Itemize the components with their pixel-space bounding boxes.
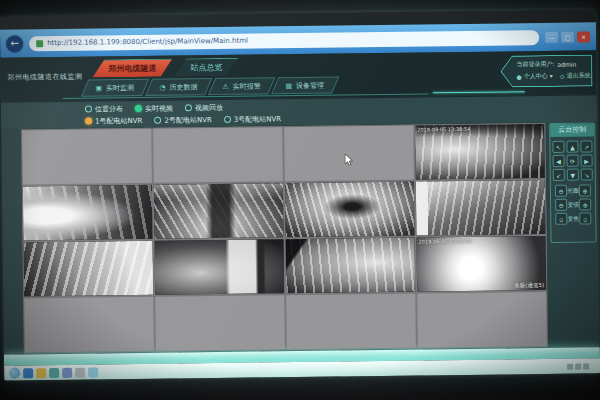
ptz-function-1-minus-button[interactable]: ⊖: [555, 199, 567, 211]
view-mode-radio-icon[interactable]: [85, 106, 92, 113]
view-mode-radio-icon[interactable]: [135, 105, 142, 112]
minimize-button[interactable]: —: [545, 31, 558, 42]
camera-tile-r3c3[interactable]: [286, 238, 416, 294]
decor-line-right: [433, 91, 525, 93]
nvr-station-option-1[interactable]: 2号配电站NVR: [154, 114, 223, 125]
taskbar-app-icon-2[interactable]: [75, 367, 85, 377]
address-bar[interactable]: http://192.168.1.199:8080/Client/jsp/Mai…: [29, 30, 539, 51]
camera-tile-r4c2: [155, 295, 285, 351]
toolbar-item-1[interactable]: ◔历史数据: [145, 78, 212, 96]
ptz-function-row-2: ▫变焦▫: [555, 212, 591, 224]
camera-tile-r3c2[interactable]: [155, 239, 285, 295]
nvr-station-option-2[interactable]: 3号配电站NVR: [224, 114, 293, 125]
toolbar-item-label: 设备管理: [296, 80, 324, 90]
monitor-icon: ▣: [96, 84, 103, 91]
view-mode-radio-icon[interactable]: [185, 104, 192, 111]
toolbar: ▣实时监测◔历史数据⚠实时报警▦设备管理: [85, 77, 336, 97]
ptz-function-rows: ⊖光圈⊕⊖变倍⊕▫变焦▫: [551, 182, 596, 225]
taskbar-media-icon[interactable]: [49, 367, 59, 377]
logout-label: 退出系统: [567, 71, 591, 80]
taskbar-explorer-icon[interactable]: [36, 368, 46, 378]
view-mode-option-0[interactable]: 位置分布: [85, 104, 135, 115]
browser-back-button[interactable]: ←: [6, 35, 23, 52]
camera-tile-r4c1: [24, 297, 154, 353]
camera-tile-r2c4[interactable]: [416, 180, 546, 236]
system-tray[interactable]: [567, 363, 595, 369]
view-mode-option-label: 视频回放: [195, 102, 223, 112]
tray-icon-0[interactable]: [567, 363, 573, 369]
nvr-station-radio-icon[interactable]: [85, 118, 92, 125]
taskbar-app-icon-3[interactable]: [88, 367, 98, 377]
ptz-auto-button[interactable]: ⟳: [567, 155, 579, 167]
toolbar-item-inner: ◔历史数据: [159, 82, 197, 92]
ptz-function-2-minus-button[interactable]: ▫: [555, 213, 567, 225]
camera-feed-r3c3: [286, 238, 416, 294]
ptz-function-0-plus-button[interactable]: ⊕: [579, 184, 591, 196]
app-window: 郑州电缆隧道在线监测 郑州电缆隧道站点总览 ▣实时监测◔历史数据⚠实时报警▦设备…: [0, 50, 600, 365]
maximize-button[interactable]: ▢: [561, 31, 574, 42]
url-text: http://192.168.1.199:8080/Client/jsp/Mai…: [47, 37, 248, 47]
camera-tile-r2c1[interactable]: [23, 185, 153, 241]
nvr-station-option-label: 2号配电站NVR: [164, 115, 211, 126]
toolbar-item-3[interactable]: ▦设备管理: [271, 77, 339, 95]
taskbar-app-icon-1[interactable]: [62, 367, 72, 377]
tab-label: 郑州电缆隧道: [108, 64, 156, 74]
nvr-station-option-label: 3号配电站NVR: [234, 114, 281, 125]
camera-feed-r1c4: 2019-08-05 13:38:54: [415, 124, 545, 180]
ptz-down-button[interactable]: ▼: [567, 169, 579, 181]
tray-icon-1[interactable]: [575, 363, 581, 369]
toolbar-item-2[interactable]: ⚠实时报警: [208, 77, 276, 95]
camera-feed-r3c2: [155, 239, 285, 295]
camera-feed-r2c2: [154, 183, 284, 239]
ptz-function-label: 变倍: [567, 200, 579, 209]
camera-tile-r2c3[interactable]: [285, 182, 415, 238]
ptz-down-left-button[interactable]: ↙: [553, 169, 565, 181]
ptz-function-0-minus-button[interactable]: ⊖: [555, 185, 567, 197]
tray-icon-2[interactable]: [583, 363, 589, 369]
profile-label: 个人中心 ▾: [524, 72, 553, 81]
toolbar-item-inner: ⚠实时报警: [222, 81, 260, 91]
camera-tile-r1c4[interactable]: 2019-08-05 13:38:54: [415, 124, 545, 180]
camera-tile-r1c1: [22, 129, 152, 185]
alarm-icon: ⚠: [222, 83, 228, 90]
main-tab-0[interactable]: 郑州电缆隧道: [92, 59, 172, 78]
camera-feed-r2c1: [23, 185, 153, 241]
main-area: 2019-08-05 13:38:542019-08-05 13:38:54鱼眼…: [1, 121, 600, 354]
camera-tile-r3c1[interactable]: [24, 241, 154, 297]
ptz-function-row-1: ⊖变倍⊕: [555, 198, 591, 210]
ptz-function-2-plus-button[interactable]: ▫: [579, 212, 591, 224]
ptz-up-button[interactable]: ▲: [566, 141, 578, 153]
view-mode-option-2[interactable]: 视频回放: [185, 102, 235, 113]
main-tab-1[interactable]: 站点总览: [174, 58, 238, 77]
start-button[interactable]: [9, 367, 20, 378]
ptz-right-button[interactable]: ▶: [581, 154, 593, 166]
ptz-direction-pad: ↖▲↗◀⟳▶↙▼↘: [550, 140, 594, 181]
nvr-station-option-0[interactable]: 1号配电站NVR: [85, 115, 154, 126]
logout-button[interactable]: ⊙ 退出系统: [560, 71, 591, 80]
ptz-left-button[interactable]: ◀: [553, 155, 565, 167]
nvr-station-radio-icon[interactable]: [224, 116, 231, 123]
close-button[interactable]: ✕: [577, 31, 590, 42]
view-mode-option-label: 实时视频: [145, 103, 173, 113]
history-clock-icon: ◔: [159, 84, 165, 91]
main-tabs: 郑州电缆隧道站点总览: [92, 58, 238, 78]
toolbar-item-label: 历史数据: [169, 82, 197, 92]
system-title: 郑州电缆隧道在线监测: [7, 72, 82, 83]
camera-tile-r2c2[interactable]: [154, 183, 284, 239]
ptz-down-right-button[interactable]: ↘: [581, 168, 593, 180]
ptz-up-left-button[interactable]: ↖: [552, 141, 564, 153]
taskbar-browser-icon[interactable]: [23, 368, 33, 378]
camera-tile-r1c3: [284, 126, 414, 182]
camera-feed-r3c4: 2019-08-05 13:38:54鱼眼(通道5): [417, 236, 547, 292]
ptz-up-right-button[interactable]: ↗: [580, 140, 592, 152]
camera-tile-r3c4[interactable]: 2019-08-05 13:38:54鱼眼(通道5): [417, 236, 547, 292]
window-controls: — ▢ ✕: [545, 31, 590, 43]
ptz-function-1-plus-button[interactable]: ⊕: [579, 198, 591, 210]
view-mode-option-1[interactable]: 实时视频: [135, 103, 185, 114]
profile-button[interactable]: ● 个人中心 ▾: [517, 72, 553, 81]
favicon-icon: [36, 40, 43, 47]
toolbar-item-0[interactable]: ▣实时监测: [81, 79, 149, 97]
device-icon: ▦: [286, 82, 293, 89]
camera-tile-r4c4: [417, 292, 547, 348]
nvr-station-radio-icon[interactable]: [154, 117, 161, 124]
